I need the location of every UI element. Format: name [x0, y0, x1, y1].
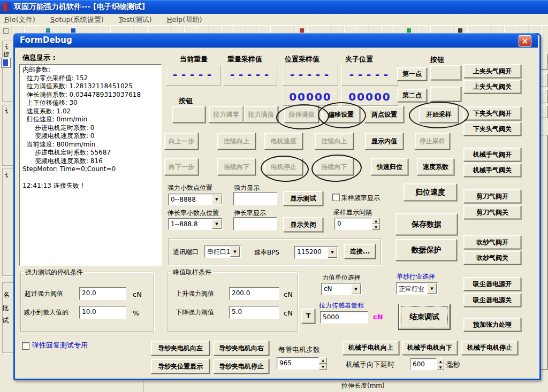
step-down-button: 向下一步 — [164, 158, 199, 175]
drop-to-max-input[interactable]: 10.0 — [79, 306, 126, 319]
lower-clamp-valve-open-button[interactable]: 下夹头气阀开 — [463, 106, 521, 120]
buttons-label-mid: 按钮 — [179, 96, 193, 106]
end-debug-button[interactable]: 结束调试 — [399, 304, 450, 329]
force-decimal-label: 强力小数点位置 — [168, 183, 212, 193]
sensor-range-input[interactable]: 5000 — [320, 311, 368, 324]
robot-valve-close-button[interactable]: 机械手气阀关 — [463, 163, 521, 177]
position-sample-display: ----- — [283, 65, 338, 86]
current-weight-label: 当前重量 — [180, 55, 208, 64]
blow-yarn-valve-open-button[interactable]: 吹纱气阀开 — [463, 235, 521, 249]
force-display-input[interactable] — [233, 192, 277, 205]
offset-setting-button[interactable]: 偏移设置 — [322, 106, 360, 123]
sample-freq-checkbox[interactable] — [332, 194, 340, 201]
vacuum-power-off-button[interactable]: 吸尘器电源关 — [463, 293, 521, 307]
comm-port-select[interactable]: 串行口1 — [204, 245, 241, 258]
chevron-down-icon[interactable] — [328, 247, 337, 258]
info-display-box[interactable]: 内部参数: 拉力零点采样值: 152 拉力满值系数: 1.28132118451… — [19, 64, 162, 266]
position-sample-value: 00000 — [283, 88, 338, 106]
robot-delay-input[interactable]: 600 — [410, 358, 437, 370]
robot-up-button[interactable]: 机械手电机向上 — [342, 341, 399, 355]
chevron-down-icon[interactable] — [230, 247, 240, 257]
spin-up-icon[interactable] — [437, 358, 444, 364]
spin-down-icon[interactable] — [319, 364, 327, 370]
t-button[interactable]: T — [301, 309, 315, 324]
robot-delay-unit: 毫秒 — [446, 360, 460, 370]
sample-interval-input[interactable]: 0 — [334, 218, 372, 230]
upper-clamp-valve-close-button[interactable]: 上夹头气阀关 — [463, 80, 521, 94]
blank-button-2[interactable] — [430, 87, 461, 102]
force-unit-select[interactable]: cN — [321, 283, 362, 295]
sensor-range-label: 拉力传感器量程 — [319, 301, 364, 310]
blank-button-1[interactable] — [430, 65, 461, 80]
continuous-up-button: 连续向上 — [217, 133, 256, 150]
elastic-recovery-label: 弹性回复测试专用 — [32, 341, 88, 350]
robot-delay-spinner[interactable] — [437, 358, 444, 370]
spin-down-icon[interactable] — [437, 364, 444, 370]
position-sample-label: 位置采样值 — [285, 55, 319, 64]
quick-home-button[interactable]: 快速归位 — [371, 158, 408, 175]
fall-force-label: 下降强力阀值 — [176, 308, 214, 317]
yarn-clamp-left-button[interactable]: 导纱夹电机向左 — [151, 341, 210, 356]
info-display-label: 信息显示 : — [22, 53, 56, 63]
yarn-industry-label: 单纱行业选择 — [397, 272, 435, 281]
data-protect-button[interactable]: 数据保护 — [395, 239, 457, 261]
chevron-down-icon[interactable] — [351, 284, 361, 294]
blank-button-3[interactable] — [172, 106, 206, 123]
force-display-label: 强力显示 — [234, 183, 260, 193]
chevron-down-icon[interactable] — [427, 283, 437, 294]
display-test-button[interactable]: 显示测试 — [283, 191, 323, 206]
spin-down-icon[interactable] — [372, 224, 380, 230]
motor-stop-button: 电机停止 — [264, 158, 303, 175]
force-zero-button: 拉力调零 — [209, 106, 243, 123]
over-force-label: 超过强力阀值 — [25, 289, 63, 298]
robot-down-button[interactable]: 机械手电机向下 — [402, 341, 458, 355]
vacuum-power-on-button[interactable]: 吸尘器电源开 — [463, 277, 521, 291]
two-point-setting-button[interactable]: 两点设置 — [364, 106, 404, 123]
speed-factor-button[interactable]: 速度系数 — [417, 158, 454, 175]
motor-steps-input[interactable]: 965 — [277, 357, 319, 370]
home-speed-button[interactable]: 归位速度 — [404, 183, 457, 201]
bps-label: 速率BPS — [254, 248, 279, 257]
yarn-industry-select[interactable]: 正常行业 — [396, 282, 438, 295]
yarn-clamp-position-button[interactable]: 导纱夹位置显示 — [151, 359, 210, 374]
spin-up-icon[interactable] — [319, 357, 327, 364]
show-internal-value-button[interactable]: 显示内值 — [365, 133, 404, 150]
bps-select[interactable]: 115200 — [294, 246, 338, 259]
chevron-down-icon[interactable] — [212, 195, 222, 204]
chevron-down-icon[interactable] — [212, 219, 222, 229]
sample-interval-spinner[interactable] — [372, 218, 380, 230]
scissor-valve-close-button[interactable]: 剪刀气阀关 — [463, 205, 521, 219]
stop-condition-groupbox — [20, 272, 154, 332]
robot-stop-button[interactable]: 机械手电机停止 — [461, 341, 518, 355]
spin-up-icon[interactable] — [372, 218, 380, 224]
start-sampling-button[interactable]: 开始采样 — [419, 106, 459, 123]
yarn-clamp-right-button[interactable]: 导纱夹电机向右 — [214, 341, 269, 356]
over-force-input[interactable]: 20.0 — [79, 287, 126, 300]
display-close-button[interactable]: 显示关闭 — [283, 217, 323, 232]
robot-valve-open-button[interactable]: 机械手气阀开 — [463, 148, 521, 162]
force-decimal-select[interactable]: 0--8888 — [168, 194, 223, 205]
yarn-clamp-stop-button[interactable]: 导纱夹电机停止 — [214, 359, 269, 374]
upper-clamp-valve-open-button[interactable]: 上夹头气阀开 — [463, 64, 521, 78]
weight-sample-display: ----- — [224, 65, 277, 86]
elong-decimal-select[interactable]: 1--888.8 — [168, 218, 223, 230]
motor-steps-spinner[interactable] — [319, 357, 327, 370]
lower-clamp-valve-close-button[interactable]: 下夹头气阀关 — [463, 122, 521, 136]
connect-button[interactable]: 连接... — [344, 244, 376, 259]
elong-display-input[interactable] — [233, 217, 277, 230]
rise-force-input[interactable]: 200.0 — [229, 287, 279, 300]
point2-button[interactable]: 第二点 — [397, 89, 427, 102]
current-weight-display: ----- — [166, 65, 220, 86]
continuous-down-button: 连续向下 — [217, 158, 256, 175]
stretch-full-button: 拉伸满值 — [284, 106, 319, 123]
sample-interval-label: 采样显示间隔 — [333, 208, 372, 217]
rise-force-unit: cN — [284, 290, 293, 298]
point1-button[interactable]: 第一点 — [397, 67, 427, 81]
comm-port-label: 通讯端口 — [173, 248, 199, 257]
blow-yarn-valve-close-button[interactable]: 吹纱气阀关 — [463, 251, 521, 265]
pretension-button[interactable]: 预加张力处理 — [463, 318, 521, 332]
scissor-valve-open-button[interactable]: 剪刀气阀开 — [463, 189, 521, 203]
fall-force-input[interactable]: 5.0 — [229, 306, 279, 319]
elastic-recovery-checkbox[interactable] — [22, 342, 29, 350]
save-data-button[interactable]: 保存数据 — [395, 213, 458, 235]
